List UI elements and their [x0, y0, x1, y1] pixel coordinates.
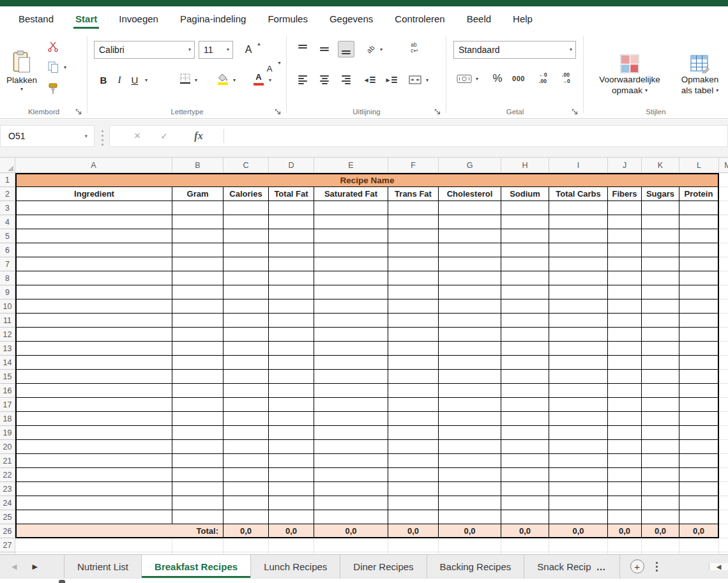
comma-style-button[interactable]: 000 — [509, 70, 528, 87]
data-cell[interactable] — [549, 384, 608, 398]
row-header-26[interactable]: 26 — [0, 524, 15, 538]
header-cell-saturated-fat[interactable]: Saturated Fat — [314, 187, 388, 201]
menu-tab-invoegen[interactable]: Invoegen — [108, 6, 169, 31]
data-cell[interactable] — [549, 271, 608, 285]
data-cell[interactable] — [719, 440, 728, 454]
data-cell[interactable] — [269, 510, 314, 524]
data-cell[interactable] — [269, 299, 314, 314]
data-cell[interactable] — [224, 482, 269, 496]
select-all-corner[interactable] — [0, 158, 15, 173]
data-cell[interactable] — [549, 328, 608, 342]
data-cell[interactable] — [439, 299, 501, 314]
percent-style-button[interactable]: % — [490, 70, 505, 87]
column-header-k[interactable]: K — [642, 158, 679, 173]
data-cell[interactable] — [439, 510, 501, 524]
data-cell[interactable] — [269, 412, 314, 426]
total-value-cell[interactable]: 0,0 — [224, 524, 269, 538]
data-cell[interactable] — [608, 342, 642, 356]
header-cell-gram[interactable]: Gram — [172, 187, 224, 201]
data-cell[interactable] — [15, 496, 172, 510]
data-cell[interactable] — [642, 412, 679, 426]
data-cell[interactable] — [642, 510, 679, 524]
data-cell[interactable] — [439, 229, 501, 243]
increase-font-button[interactable]: A▲ — [239, 41, 257, 59]
data-cell[interactable] — [439, 482, 501, 496]
total-value-cell[interactable]: 0,0 — [269, 524, 314, 538]
data-cell[interactable] — [549, 468, 608, 482]
data-cell[interactable] — [642, 328, 679, 342]
data-cell[interactable] — [269, 201, 314, 215]
data-cell[interactable] — [269, 496, 314, 510]
row-header-19[interactable]: 19 — [0, 426, 15, 440]
data-cell[interactable] — [608, 257, 642, 271]
data-cell[interactable] — [388, 299, 439, 314]
paste-button[interactable]: Plakken ▾ — [4, 36, 40, 106]
data-cell[interactable] — [719, 257, 728, 271]
data-cell[interactable] — [439, 328, 501, 342]
format-painter-button[interactable] — [45, 81, 61, 96]
menu-tab-bestand[interactable]: Bestand — [8, 6, 64, 31]
data-cell[interactable] — [608, 229, 642, 243]
data-cell[interactable] — [608, 271, 642, 285]
data-cell[interactable] — [501, 398, 549, 412]
column-header-c[interactable]: C — [224, 158, 269, 173]
data-cell[interactable] — [608, 356, 642, 370]
decrease-indent-button[interactable]: ◀ — [361, 72, 379, 88]
data-cell[interactable] — [549, 482, 608, 496]
data-cell[interactable] — [679, 215, 719, 229]
fill-color-dropdown-icon[interactable]: ▾ — [233, 78, 236, 83]
conditional-formatting-button[interactable]: Voorwaardelijke opmaak▾ — [588, 34, 672, 115]
data-cell[interactable] — [314, 454, 388, 468]
data-cell[interactable] — [388, 229, 439, 243]
data-cell[interactable] — [314, 510, 388, 524]
row-header-7[interactable]: 7 — [0, 257, 15, 271]
data-cell[interactable] — [314, 328, 388, 342]
data-cell[interactable] — [15, 342, 172, 356]
align-right-button[interactable] — [338, 72, 354, 88]
data-cell[interactable] — [172, 285, 224, 299]
data-cell[interactable] — [679, 257, 719, 271]
data-cell[interactable] — [439, 271, 501, 285]
data-cell[interactable] — [719, 271, 728, 285]
name-box[interactable]: O51 ▾ — [0, 125, 95, 147]
data-cell[interactable] — [314, 201, 388, 215]
data-cell[interactable] — [314, 243, 388, 257]
sheet-tab-nutrient-list[interactable]: Nutrient List — [64, 555, 141, 578]
menu-tab-formules[interactable]: Formules — [257, 6, 319, 31]
sheet-nav-left-icon[interactable]: ◀ — [11, 563, 17, 571]
data-cell[interactable] — [388, 356, 439, 370]
data-cell[interactable] — [501, 257, 549, 271]
data-cell[interactable] — [719, 482, 728, 496]
data-cell[interactable] — [224, 342, 269, 356]
data-cell[interactable] — [679, 426, 719, 440]
sheet-tab-backing-recipes[interactable]: Backing Recipes — [427, 555, 524, 578]
data-cell[interactable] — [388, 271, 439, 285]
column-header-d[interactable]: D — [269, 158, 314, 173]
data-cell[interactable] — [224, 271, 269, 285]
data-cell[interactable] — [224, 285, 269, 299]
data-cell[interactable] — [608, 426, 642, 440]
row-header-4[interactable]: 4 — [0, 215, 15, 229]
data-cell[interactable] — [172, 201, 224, 215]
data-cell[interactable] — [172, 243, 224, 257]
data-cell[interactable] — [679, 342, 719, 356]
data-cell[interactable] — [719, 398, 728, 412]
data-cell[interactable] — [501, 496, 549, 510]
data-cell[interactable] — [15, 215, 172, 229]
data-cell[interactable] — [15, 257, 172, 271]
data-cell[interactable] — [15, 243, 172, 257]
data-cell[interactable] — [608, 496, 642, 510]
data-cell[interactable] — [549, 285, 608, 299]
data-cell[interactable] — [388, 510, 439, 524]
data-cell[interactable] — [314, 370, 388, 384]
row-header-6[interactable]: 6 — [0, 243, 15, 257]
data-cell[interactable] — [608, 482, 642, 496]
dialog-launcher-icon[interactable] — [571, 107, 579, 114]
data-cell[interactable] — [642, 229, 679, 243]
data-cell[interactable] — [501, 482, 549, 496]
data-cell[interactable] — [269, 398, 314, 412]
data-cell[interactable] — [608, 454, 642, 468]
row-header-17[interactable]: 17 — [0, 398, 15, 412]
data-cell[interactable] — [15, 201, 172, 215]
align-center-button[interactable] — [316, 72, 333, 88]
